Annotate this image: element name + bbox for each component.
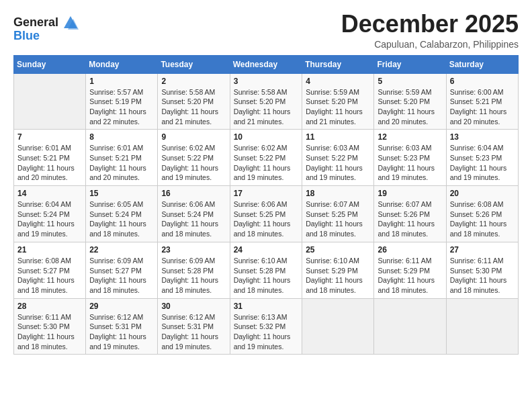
day-number: 18 [306,189,370,198]
day-number: 22 [89,245,154,255]
day-info: Sunrise: 6:03 AM Sunset: 5:23 PM Dayligh… [378,143,442,183]
day-number: 17 [234,189,299,198]
calendar-cell: 27Sunrise: 6:11 AM Sunset: 5:30 PM Dayli… [446,242,518,298]
day-info: Sunrise: 6:11 AM Sunset: 5:30 PM Dayligh… [450,256,515,295]
day-number: 20 [450,189,515,198]
calendar-cell: 13Sunrise: 6:04 AM Sunset: 5:23 PM Dayli… [446,130,518,186]
day-info: Sunrise: 5:59 AM Sunset: 5:20 PM Dayligh… [378,87,442,127]
day-number: 10 [234,132,299,142]
calendar-cell: 8Sunrise: 6:01 AM Sunset: 5:21 PM Daylig… [86,130,158,186]
calendar-cell: 1Sunrise: 5:57 AM Sunset: 5:19 PM Daylig… [86,73,158,130]
day-number: 12 [378,132,442,142]
day-info: Sunrise: 6:12 AM Sunset: 5:31 PM Dayligh… [161,312,226,352]
week-row-2: 7Sunrise: 6:01 AM Sunset: 5:21 PM Daylig… [14,130,519,186]
day-info: Sunrise: 5:57 AM Sunset: 5:19 PM Dayligh… [89,87,154,127]
month-title: December 2025 [341,11,519,38]
day-number: 9 [161,132,226,142]
calendar-cell: 25Sunrise: 6:10 AM Sunset: 5:29 PM Dayli… [302,242,374,298]
day-info: Sunrise: 6:04 AM Sunset: 5:23 PM Dayligh… [450,143,515,183]
weekday-header-sunday: Sunday [14,55,86,73]
day-number: 13 [450,132,515,142]
weekday-header-friday: Friday [374,55,446,73]
day-info: Sunrise: 6:02 AM Sunset: 5:22 PM Dayligh… [234,143,299,183]
day-number: 26 [378,245,442,255]
day-info: Sunrise: 6:12 AM Sunset: 5:31 PM Dayligh… [89,312,154,352]
day-number: 3 [234,77,299,86]
day-info: Sunrise: 6:13 AM Sunset: 5:32 PM Dayligh… [234,312,299,352]
day-number: 27 [450,245,515,255]
calendar-cell: 16Sunrise: 6:06 AM Sunset: 5:24 PM Dayli… [158,186,230,242]
calendar-cell: 11Sunrise: 6:03 AM Sunset: 5:22 PM Dayli… [302,130,374,186]
day-info: Sunrise: 6:10 AM Sunset: 5:29 PM Dayligh… [306,256,370,295]
day-number: 31 [234,302,299,311]
day-number: 19 [378,189,442,198]
day-info: Sunrise: 6:01 AM Sunset: 5:21 PM Dayligh… [89,143,154,183]
calendar-cell: 21Sunrise: 6:08 AM Sunset: 5:27 PM Dayli… [14,242,86,298]
calendar-cell: 12Sunrise: 6:03 AM Sunset: 5:23 PM Dayli… [374,130,446,186]
day-number: 21 [17,245,82,255]
day-number: 30 [161,302,226,311]
week-row-3: 14Sunrise: 6:04 AM Sunset: 5:24 PM Dayli… [14,186,519,242]
logo: General Blue [13,13,80,43]
day-number: 16 [161,189,226,198]
day-info: Sunrise: 6:10 AM Sunset: 5:28 PM Dayligh… [234,256,299,295]
day-info: Sunrise: 6:08 AM Sunset: 5:27 PM Dayligh… [17,256,82,295]
day-info: Sunrise: 6:09 AM Sunset: 5:27 PM Dayligh… [89,256,154,295]
day-number: 23 [161,245,226,255]
calendar-cell: 22Sunrise: 6:09 AM Sunset: 5:27 PM Dayli… [86,242,158,298]
weekday-header-monday: Monday [86,55,158,73]
day-number: 8 [89,132,154,142]
calendar-cell: 4Sunrise: 5:59 AM Sunset: 5:20 PM Daylig… [302,73,374,130]
header: General Blue December 2025 Capuluan, Cal… [13,11,519,50]
calendar: SundayMondayTuesdayWednesdayThursdayFrid… [13,55,519,355]
day-info: Sunrise: 6:00 AM Sunset: 5:21 PM Dayligh… [450,87,515,127]
day-number: 5 [378,77,442,86]
day-number: 25 [306,245,370,255]
day-number: 29 [89,302,154,311]
calendar-cell: 24Sunrise: 6:10 AM Sunset: 5:28 PM Dayli… [230,242,302,298]
day-number: 14 [17,189,82,198]
day-number: 28 [17,302,82,311]
day-info: Sunrise: 6:07 AM Sunset: 5:26 PM Dayligh… [378,199,442,239]
calendar-cell [14,73,86,130]
weekday-header-thursday: Thursday [302,55,374,73]
calendar-cell: 10Sunrise: 6:02 AM Sunset: 5:22 PM Dayli… [230,130,302,186]
day-number: 6 [450,77,515,86]
week-row-1: 1Sunrise: 5:57 AM Sunset: 5:19 PM Daylig… [14,73,519,130]
day-number: 2 [161,77,226,86]
day-info: Sunrise: 6:11 AM Sunset: 5:29 PM Dayligh… [378,256,442,295]
calendar-cell: 14Sunrise: 6:04 AM Sunset: 5:24 PM Dayli… [14,186,86,242]
calendar-cell: 18Sunrise: 6:07 AM Sunset: 5:25 PM Dayli… [302,186,374,242]
calendar-cell: 26Sunrise: 6:11 AM Sunset: 5:29 PM Dayli… [374,242,446,298]
calendar-cell: 2Sunrise: 5:58 AM Sunset: 5:20 PM Daylig… [158,73,230,130]
calendar-cell: 15Sunrise: 6:05 AM Sunset: 5:24 PM Dayli… [86,186,158,242]
logo-icon [61,13,80,32]
day-info: Sunrise: 6:07 AM Sunset: 5:25 PM Dayligh… [306,199,370,239]
day-info: Sunrise: 6:11 AM Sunset: 5:30 PM Dayligh… [17,312,82,352]
calendar-cell: 9Sunrise: 6:02 AM Sunset: 5:22 PM Daylig… [158,130,230,186]
calendar-cell [302,298,374,355]
day-info: Sunrise: 6:01 AM Sunset: 5:21 PM Dayligh… [17,143,82,183]
calendar-cell: 20Sunrise: 6:08 AM Sunset: 5:26 PM Dayli… [446,186,518,242]
location: Capuluan, Calabarzon, Philippines [341,39,519,50]
day-number: 15 [89,189,154,198]
calendar-cell: 6Sunrise: 6:00 AM Sunset: 5:21 PM Daylig… [446,73,518,130]
day-info: Sunrise: 6:09 AM Sunset: 5:28 PM Dayligh… [161,256,226,295]
day-info: Sunrise: 6:05 AM Sunset: 5:24 PM Dayligh… [89,199,154,239]
calendar-cell: 5Sunrise: 5:59 AM Sunset: 5:20 PM Daylig… [374,73,446,130]
calendar-cell: 19Sunrise: 6:07 AM Sunset: 5:26 PM Dayli… [374,186,446,242]
day-number: 4 [306,77,370,86]
calendar-cell [446,298,518,355]
day-info: Sunrise: 5:58 AM Sunset: 5:20 PM Dayligh… [161,87,226,127]
weekday-header-tuesday: Tuesday [158,55,230,73]
day-number: 24 [234,245,299,255]
title-block: December 2025 Capuluan, Calabarzon, Phil… [341,11,519,50]
week-row-5: 28Sunrise: 6:11 AM Sunset: 5:30 PM Dayli… [14,298,519,355]
calendar-cell: 28Sunrise: 6:11 AM Sunset: 5:30 PM Dayli… [14,298,86,355]
calendar-cell: 31Sunrise: 6:13 AM Sunset: 5:32 PM Dayli… [230,298,302,355]
calendar-cell: 7Sunrise: 6:01 AM Sunset: 5:21 PM Daylig… [14,130,86,186]
weekday-header-row: SundayMondayTuesdayWednesdayThursdayFrid… [14,55,519,73]
day-number: 1 [89,77,154,86]
day-info: Sunrise: 6:03 AM Sunset: 5:22 PM Dayligh… [306,143,370,183]
day-info: Sunrise: 6:06 AM Sunset: 5:25 PM Dayligh… [234,199,299,239]
